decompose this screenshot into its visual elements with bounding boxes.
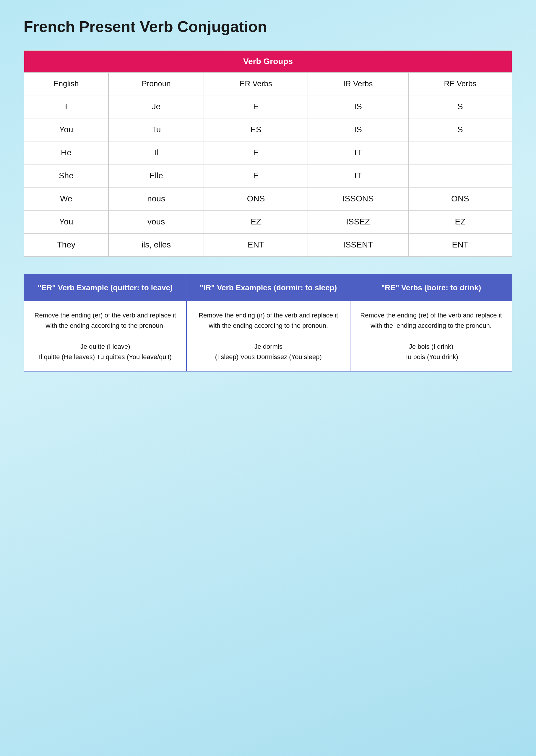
cell-re-empty2 bbox=[408, 164, 512, 187]
cell-pronoun-je: Je bbox=[109, 95, 204, 118]
cell-pronoun-nous: nous bbox=[109, 187, 204, 210]
examples-table-section: "ER" Verb Example (quitter: to leave) "I… bbox=[24, 274, 512, 371]
ir-examples-text: Je dormis(I sleep) Vous Dormissez (You s… bbox=[215, 343, 322, 361]
cell-er-ent: ENT bbox=[204, 233, 308, 256]
cell-re-ez: EZ bbox=[408, 210, 512, 233]
conjugation-table-section: Verb Groups English Pronoun ER Verbs IR … bbox=[24, 50, 512, 257]
examples-body-er: Remove the ending (er) of the verb and r… bbox=[24, 301, 186, 371]
cell-english-i: I bbox=[24, 95, 109, 118]
cell-english-they: They bbox=[24, 233, 109, 256]
er-rule-text: Remove the ending (er) of the verb and r… bbox=[35, 312, 176, 329]
cell-english-you: You bbox=[24, 118, 109, 141]
cell-ir-it2: IT bbox=[308, 164, 408, 187]
col-pronoun: Pronoun bbox=[109, 72, 204, 95]
table-row: You vous EZ ISSEZ EZ bbox=[24, 210, 512, 233]
table-row: He Il E IT bbox=[24, 141, 512, 164]
cell-pronoun-elle: Elle bbox=[109, 164, 204, 187]
cell-er-e1: E bbox=[204, 95, 308, 118]
cell-re-s2: S bbox=[408, 118, 512, 141]
examples-body-ir: Remove the ending (ir) of the verb and r… bbox=[186, 301, 350, 371]
cell-english-she: She bbox=[24, 164, 109, 187]
cell-pronoun-il: Il bbox=[109, 141, 204, 164]
cell-re-ent: ENT bbox=[408, 233, 512, 256]
cell-ir-is2: IS bbox=[308, 118, 408, 141]
examples-header-row: "ER" Verb Example (quitter: to leave) "I… bbox=[24, 275, 512, 301]
conjugation-table: Verb Groups English Pronoun ER Verbs IR … bbox=[24, 50, 512, 257]
ir-rule-text: Remove the ending (ir) of the verb and r… bbox=[199, 312, 338, 329]
cell-english-we: We bbox=[24, 187, 109, 210]
examples-body-row: Remove the ending (er) of the verb and r… bbox=[24, 301, 512, 371]
examples-body-re: Remove the ending (re) of the verb and r… bbox=[350, 301, 512, 371]
verb-groups-header: Verb Groups bbox=[24, 50, 512, 72]
page-title: French Present Verb Conjugation bbox=[24, 18, 512, 35]
re-examples-text: Je bois (I drink)Tu bois (You drink) bbox=[404, 343, 458, 361]
cell-re-ons: ONS bbox=[408, 187, 512, 210]
examples-header-ir: "IR" Verb Examples (dormir: to sleep) bbox=[186, 275, 350, 301]
cell-er-ez: EZ bbox=[204, 210, 308, 233]
examples-header-re: "RE" Verbs (boire: to drink) bbox=[350, 275, 512, 301]
cell-ir-it1: IT bbox=[308, 141, 408, 164]
table-row: We nous ONS ISSONS ONS bbox=[24, 187, 512, 210]
table-row: They ils, elles ENT ISSENT ENT bbox=[24, 233, 512, 256]
cell-english-you2: You bbox=[24, 210, 109, 233]
cell-ir-issons: ISSONS bbox=[308, 187, 408, 210]
cell-english-he: He bbox=[24, 141, 109, 164]
table-row: She Elle E IT bbox=[24, 164, 512, 187]
cell-er-es: ES bbox=[204, 118, 308, 141]
cell-ir-issent: ISSENT bbox=[308, 233, 408, 256]
cell-ir-issez: ISSEZ bbox=[308, 210, 408, 233]
conjugation-col-headers: English Pronoun ER Verbs IR Verbs RE Ver… bbox=[24, 72, 512, 95]
re-rule-text: Remove the ending (re) of the verb and r… bbox=[360, 312, 502, 329]
cell-ir-is1: IS bbox=[308, 95, 408, 118]
table-row: You Tu ES IS S bbox=[24, 118, 512, 141]
cell-pronoun-vous: vous bbox=[109, 210, 204, 233]
examples-table: "ER" Verb Example (quitter: to leave) "I… bbox=[24, 274, 512, 371]
col-re: RE Verbs bbox=[408, 72, 512, 95]
cell-pronoun-ils: ils, elles bbox=[109, 233, 204, 256]
cell-er-e2: E bbox=[204, 141, 308, 164]
cell-er-e3: E bbox=[204, 164, 308, 187]
cell-pronoun-tu: Tu bbox=[109, 118, 204, 141]
er-examples-text: Je quitte (I leave)Il quitte (He leaves)… bbox=[39, 343, 172, 361]
cell-re-s1: S bbox=[408, 95, 512, 118]
col-english: English bbox=[24, 72, 109, 95]
cell-re-empty1 bbox=[408, 141, 512, 164]
examples-header-er: "ER" Verb Example (quitter: to leave) bbox=[24, 275, 186, 301]
conjugation-header-row: Verb Groups bbox=[24, 50, 512, 72]
col-ir: IR Verbs bbox=[308, 72, 408, 95]
cell-er-ons: ONS bbox=[204, 187, 308, 210]
table-row: I Je E IS S bbox=[24, 95, 512, 118]
col-er: ER Verbs bbox=[204, 72, 308, 95]
